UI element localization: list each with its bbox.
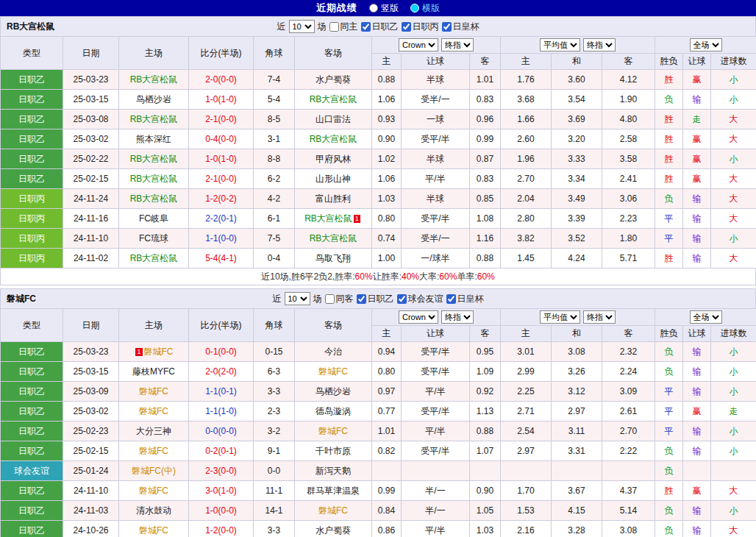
match-date: 24-11-03: [63, 501, 119, 521]
match-row: 日职丙24-11-16FC岐阜2-2(0-1)6-1RB大宫松鼠10.80受平/…: [1, 209, 756, 229]
home-team: RB大宫松鼠: [119, 249, 189, 268]
col-date: 日期: [63, 309, 119, 342]
asian-odds-away: 0.90: [470, 481, 501, 501]
result-badge: 胜: [655, 129, 683, 149]
odds-time-select[interactable]: 终指: [583, 310, 616, 324]
goals-result: 小: [711, 501, 756, 521]
average-select[interactable]: 平均值: [540, 310, 580, 324]
goals-result: 大: [711, 110, 756, 129]
euro-odds-away: 2.22: [602, 441, 655, 461]
filter-checkbox-球会友谊[interactable]: 球会友谊: [397, 293, 443, 305]
corner-count: 14-1: [254, 501, 295, 521]
result-badge: 胜: [655, 249, 683, 268]
red-card-badge: 1: [135, 348, 142, 356]
match-row: 日职乙24-10-26磐城FC1-2(0-0)3-3水户蜀葵0.86平/半1.0…: [1, 521, 756, 537]
euro-odds-away: 2.41: [602, 169, 655, 189]
asian-odds-line: 受平/半: [402, 129, 470, 149]
checkbox-icon[interactable]: [361, 22, 371, 32]
euro-odds-away: 3.06: [602, 189, 655, 209]
checkbox-icon[interactable]: [325, 294, 335, 304]
red-card-badge: 1: [354, 215, 360, 223]
euro-odds-home: 2.54: [501, 422, 552, 441]
bookmaker-select[interactable]: Crown: [399, 38, 438, 51]
result-badge: 胜: [655, 481, 683, 501]
average-select[interactable]: 平均值: [540, 38, 580, 51]
euro-odds-away: 4.80: [602, 110, 655, 129]
recent-count-select[interactable]: 10: [289, 20, 315, 33]
summary-text: 近10场,胜6平2负2,: [261, 271, 335, 283]
corner-count: 6-1: [254, 209, 295, 229]
checkbox-icon[interactable]: [442, 22, 452, 32]
team-section-away: 磐城FC 近10场同客日职乙球会友谊日皇杯 类型 日期 主场 比分(半场) 角球…: [0, 288, 756, 537]
home-team: 磐城FC: [119, 481, 189, 501]
col-asian-away: 客: [470, 54, 501, 70]
bookmaker-select[interactable]: Crown: [399, 310, 438, 324]
handicap-result: 输: [683, 209, 711, 229]
recent-count-select[interactable]: 10: [285, 292, 310, 305]
corner-count: 5-4: [254, 90, 295, 110]
euro-odds-draw: 3.49: [552, 189, 602, 209]
asian-odds-line: 受平/半: [402, 209, 470, 229]
euro-odds-home: 2.04: [501, 189, 552, 209]
games-label: 场: [313, 293, 322, 305]
euro-odds-select-cell: 平均值终指: [501, 37, 655, 54]
handicap-result: 输: [683, 249, 711, 268]
col-type: 类型: [1, 37, 63, 70]
team-label: 千叶市原: [315, 446, 351, 456]
match-date: 25-02-22: [63, 149, 119, 169]
match-row: 日职乙25-03-09磐城FC1-1(0-1)3-3鸟栖沙岩0.97平/半0.9…: [1, 382, 756, 402]
asian-odds-line: 半/一: [402, 501, 470, 521]
asian-odds-home: 0.88: [372, 70, 402, 90]
euro-odds-away: 2.24: [602, 362, 655, 382]
filter-checkbox-日职乙[interactable]: 日职乙: [361, 21, 399, 33]
scope-select[interactable]: 全场: [690, 38, 722, 51]
team-label: RB大宫松鼠: [310, 134, 357, 144]
filter-checkbox-同主[interactable]: 同主: [329, 21, 358, 33]
match-date: 25-02-23: [63, 422, 119, 441]
euro-odds-home: 2.16: [501, 521, 552, 537]
asian-odds-home: 1.06: [372, 169, 402, 189]
filter-checkbox-日皇杯[interactable]: 日皇杯: [442, 21, 479, 33]
odds-time-select[interactable]: 终指: [441, 38, 474, 51]
team-section-home: RB大宫松鼠 近10场同主日职乙日职丙日皇杯 类型 日期 主场 比分(半场) 角…: [0, 16, 756, 285]
match-date: 25-03-15: [63, 362, 119, 382]
match-date: 25-03-23: [63, 70, 119, 90]
goals-result: 小: [711, 342, 756, 362]
checkbox-icon[interactable]: [402, 22, 411, 32]
checkbox-icon[interactable]: [397, 294, 407, 304]
filter-checkbox-同客[interactable]: 同客: [325, 293, 354, 305]
asian-odds-line: 半球: [402, 149, 470, 169]
filter-checkbox-日职乙[interactable]: 日职乙: [357, 293, 394, 305]
odds-time-select[interactable]: 终指: [583, 38, 616, 51]
filter-checkbox-日职丙[interactable]: 日职丙: [402, 21, 439, 33]
asian-odds-home: 0.90: [372, 129, 402, 149]
corner-count: 3-1: [254, 129, 295, 149]
asian-odds-home: 1.06: [372, 90, 402, 110]
goals-result: 小: [711, 70, 756, 90]
section-header: 磐城FC 近10场同客日职乙球会友谊日皇杯: [0, 288, 756, 308]
goals-result: 大: [711, 129, 756, 149]
handicap-result: [683, 461, 711, 481]
result-badge: 平: [655, 229, 683, 249]
handicap-result: 输: [683, 382, 711, 402]
match-row: 日职乙25-02-22RB大宫松鼠1-0(1-0)8-8甲府风林1.02半球0.…: [1, 149, 756, 169]
layout-radio-horizontal[interactable]: 横版: [410, 2, 440, 15]
goals-result: 大: [711, 481, 756, 501]
away-team: 甲府风林: [295, 149, 372, 169]
asian-odds-away: 1.09: [470, 362, 501, 382]
odds-time-select[interactable]: 终指: [441, 310, 474, 324]
asian-odds-line: 受平/半: [402, 362, 470, 382]
checkbox-icon[interactable]: [357, 294, 366, 304]
checkbox-icon[interactable]: [446, 294, 456, 304]
score: 0-4(0-0): [189, 129, 254, 149]
scope-select[interactable]: 全场: [690, 310, 722, 324]
match-date: 24-11-16: [63, 209, 119, 229]
match-row: 日职丙24-11-24RB大宫松鼠1-2(0-2)4-2富山胜利1.03半球0.…: [1, 189, 756, 209]
match-date: 24-11-10: [63, 229, 119, 249]
score: 0-0(0-0): [189, 422, 254, 441]
asian-odds-away: 0.83: [470, 90, 501, 110]
corner-count: 0-4: [254, 249, 295, 268]
checkbox-icon[interactable]: [329, 22, 339, 32]
layout-radio-vertical[interactable]: 竖版: [369, 2, 399, 15]
filter-checkbox-日皇杯[interactable]: 日皇杯: [446, 293, 484, 305]
